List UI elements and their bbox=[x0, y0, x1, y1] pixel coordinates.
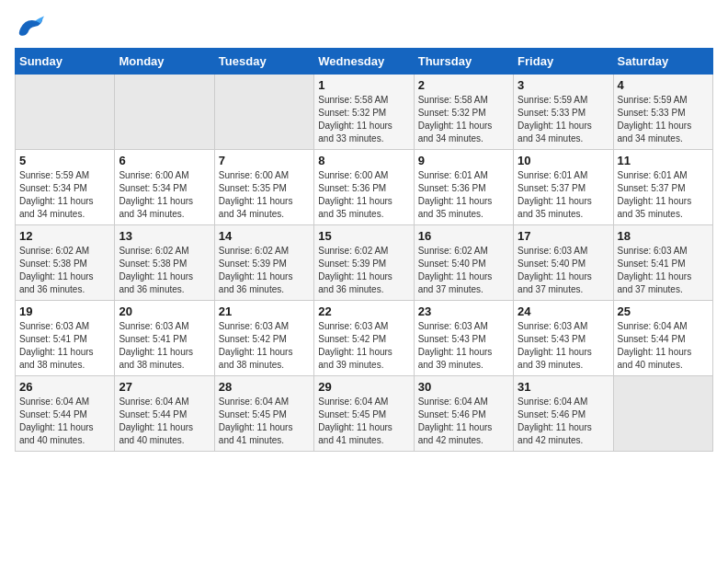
calendar-cell: 4Sunrise: 5:59 AMSunset: 5:33 PMDaylight… bbox=[613, 75, 712, 150]
calendar-cell: 13Sunrise: 6:02 AMSunset: 5:38 PMDayligh… bbox=[115, 225, 214, 301]
day-number: 23 bbox=[418, 304, 509, 318]
calendar-cell: 1Sunrise: 5:58 AMSunset: 5:32 PMDaylight… bbox=[314, 75, 414, 150]
calendar-cell: 29Sunrise: 6:04 AMSunset: 5:45 PMDayligh… bbox=[314, 376, 414, 452]
day-header-sunday: Sunday bbox=[16, 49, 115, 75]
day-detail: Sunrise: 6:04 AMSunset: 5:45 PMDaylight:… bbox=[219, 396, 310, 447]
calendar-cell: 11Sunrise: 6:01 AMSunset: 5:37 PMDayligh… bbox=[613, 150, 712, 225]
day-number: 30 bbox=[418, 380, 509, 394]
day-detail: Sunrise: 6:02 AMSunset: 5:39 PMDaylight:… bbox=[219, 245, 310, 296]
calendar-cell bbox=[613, 376, 712, 452]
calendar-cell: 31Sunrise: 6:04 AMSunset: 5:46 PMDayligh… bbox=[514, 376, 613, 452]
page-header bbox=[15, 15, 713, 40]
calendar-cell: 26Sunrise: 6:04 AMSunset: 5:44 PMDayligh… bbox=[16, 376, 115, 452]
calendar-cell: 8Sunrise: 6:00 AMSunset: 5:36 PMDaylight… bbox=[314, 150, 414, 225]
day-number: 19 bbox=[19, 304, 110, 318]
calendar-cell: 23Sunrise: 6:03 AMSunset: 5:43 PMDayligh… bbox=[414, 301, 513, 376]
day-number: 20 bbox=[119, 304, 210, 318]
calendar-cell: 18Sunrise: 6:03 AMSunset: 5:41 PMDayligh… bbox=[613, 225, 712, 301]
day-header-tuesday: Tuesday bbox=[214, 49, 313, 75]
calendar-cell: 3Sunrise: 5:59 AMSunset: 5:33 PMDaylight… bbox=[514, 75, 613, 150]
calendar-cell bbox=[214, 75, 313, 150]
day-detail: Sunrise: 6:03 AMSunset: 5:41 PMDaylight:… bbox=[618, 245, 709, 296]
day-number: 18 bbox=[618, 229, 709, 243]
day-detail: Sunrise: 5:58 AMSunset: 5:32 PMDaylight:… bbox=[418, 94, 509, 145]
day-detail: Sunrise: 6:02 AMSunset: 5:39 PMDaylight:… bbox=[318, 245, 409, 296]
calendar-cell: 15Sunrise: 6:02 AMSunset: 5:39 PMDayligh… bbox=[314, 225, 414, 301]
calendar-header: SundayMondayTuesdayWednesdayThursdayFrid… bbox=[16, 49, 713, 75]
day-detail: Sunrise: 6:04 AMSunset: 5:44 PMDaylight:… bbox=[19, 396, 110, 447]
day-detail: Sunrise: 6:02 AMSunset: 5:38 PMDaylight:… bbox=[19, 245, 110, 296]
day-number: 16 bbox=[418, 229, 509, 243]
day-number: 9 bbox=[418, 154, 509, 167]
day-number: 31 bbox=[518, 380, 609, 394]
calendar-table: SundayMondayTuesdayWednesdayThursdayFrid… bbox=[15, 48, 713, 452]
day-number: 3 bbox=[518, 78, 609, 92]
calendar-cell: 21Sunrise: 6:03 AMSunset: 5:42 PMDayligh… bbox=[214, 301, 313, 376]
day-header-wednesday: Wednesday bbox=[314, 49, 414, 75]
day-detail: Sunrise: 6:03 AMSunset: 5:42 PMDaylight:… bbox=[318, 320, 409, 372]
calendar-cell: 9Sunrise: 6:01 AMSunset: 5:36 PMDaylight… bbox=[414, 150, 513, 225]
calendar-cell: 22Sunrise: 6:03 AMSunset: 5:42 PMDayligh… bbox=[314, 301, 414, 376]
calendar-cell: 10Sunrise: 6:01 AMSunset: 5:37 PMDayligh… bbox=[514, 150, 613, 225]
calendar-cell: 17Sunrise: 6:03 AMSunset: 5:40 PMDayligh… bbox=[514, 225, 613, 301]
day-detail: Sunrise: 5:58 AMSunset: 5:32 PMDaylight:… bbox=[318, 94, 409, 145]
day-detail: Sunrise: 6:00 AMSunset: 5:36 PMDaylight:… bbox=[318, 169, 409, 221]
calendar-cell: 7Sunrise: 6:00 AMSunset: 5:35 PMDaylight… bbox=[214, 150, 313, 225]
day-number: 7 bbox=[219, 154, 310, 167]
day-detail: Sunrise: 6:02 AMSunset: 5:38 PMDaylight:… bbox=[119, 245, 210, 296]
day-detail: Sunrise: 6:03 AMSunset: 5:41 PMDaylight:… bbox=[119, 320, 210, 372]
day-number: 25 bbox=[618, 304, 709, 318]
day-detail: Sunrise: 6:01 AMSunset: 5:37 PMDaylight:… bbox=[518, 169, 609, 221]
day-number: 2 bbox=[418, 78, 509, 92]
day-detail: Sunrise: 5:59 AMSunset: 5:34 PMDaylight:… bbox=[19, 169, 110, 221]
day-detail: Sunrise: 6:00 AMSunset: 5:34 PMDaylight:… bbox=[119, 169, 210, 221]
day-detail: Sunrise: 6:03 AMSunset: 5:43 PMDaylight:… bbox=[518, 320, 609, 372]
day-detail: Sunrise: 6:04 AMSunset: 5:44 PMDaylight:… bbox=[119, 396, 210, 447]
calendar-cell: 14Sunrise: 6:02 AMSunset: 5:39 PMDayligh… bbox=[214, 225, 313, 301]
day-number: 22 bbox=[318, 304, 409, 318]
day-detail: Sunrise: 6:01 AMSunset: 5:37 PMDaylight:… bbox=[618, 169, 709, 221]
calendar-cell: 28Sunrise: 6:04 AMSunset: 5:45 PMDayligh… bbox=[214, 376, 313, 452]
day-number: 21 bbox=[219, 304, 310, 318]
day-number: 11 bbox=[618, 154, 709, 167]
day-detail: Sunrise: 6:03 AMSunset: 5:43 PMDaylight:… bbox=[418, 320, 509, 372]
logo bbox=[15, 15, 48, 40]
day-detail: Sunrise: 5:59 AMSunset: 5:33 PMDaylight:… bbox=[518, 94, 609, 145]
calendar-cell bbox=[115, 75, 214, 150]
day-header-friday: Friday bbox=[514, 49, 613, 75]
day-header-saturday: Saturday bbox=[613, 49, 712, 75]
day-header-thursday: Thursday bbox=[414, 49, 513, 75]
day-number: 28 bbox=[219, 380, 310, 394]
calendar-cell: 19Sunrise: 6:03 AMSunset: 5:41 PMDayligh… bbox=[16, 301, 115, 376]
calendar-cell bbox=[16, 75, 115, 150]
day-number: 8 bbox=[318, 154, 409, 167]
day-detail: Sunrise: 6:04 AMSunset: 5:44 PMDaylight:… bbox=[618, 320, 709, 372]
day-number: 15 bbox=[318, 229, 409, 243]
calendar-cell: 2Sunrise: 5:58 AMSunset: 5:32 PMDaylight… bbox=[414, 75, 513, 150]
day-number: 1 bbox=[318, 78, 409, 92]
day-number: 29 bbox=[318, 380, 409, 394]
day-number: 10 bbox=[518, 154, 609, 167]
day-detail: Sunrise: 6:01 AMSunset: 5:36 PMDaylight:… bbox=[418, 169, 509, 221]
day-number: 14 bbox=[219, 229, 310, 243]
day-number: 24 bbox=[518, 304, 609, 318]
calendar-cell: 25Sunrise: 6:04 AMSunset: 5:44 PMDayligh… bbox=[613, 301, 712, 376]
calendar-cell: 27Sunrise: 6:04 AMSunset: 5:44 PMDayligh… bbox=[115, 376, 214, 452]
day-detail: Sunrise: 6:04 AMSunset: 5:46 PMDaylight:… bbox=[418, 396, 509, 447]
day-detail: Sunrise: 6:03 AMSunset: 5:42 PMDaylight:… bbox=[219, 320, 310, 372]
calendar-cell: 12Sunrise: 6:02 AMSunset: 5:38 PMDayligh… bbox=[16, 225, 115, 301]
day-detail: Sunrise: 6:04 AMSunset: 5:46 PMDaylight:… bbox=[518, 396, 609, 447]
day-detail: Sunrise: 6:04 AMSunset: 5:45 PMDaylight:… bbox=[318, 396, 409, 447]
day-detail: Sunrise: 6:02 AMSunset: 5:40 PMDaylight:… bbox=[418, 245, 509, 296]
day-detail: Sunrise: 6:00 AMSunset: 5:35 PMDaylight:… bbox=[219, 169, 310, 221]
day-number: 12 bbox=[19, 229, 110, 243]
day-number: 17 bbox=[518, 229, 609, 243]
calendar-cell: 16Sunrise: 6:02 AMSunset: 5:40 PMDayligh… bbox=[414, 225, 513, 301]
day-number: 13 bbox=[119, 229, 210, 243]
day-header-monday: Monday bbox=[115, 49, 214, 75]
day-number: 27 bbox=[119, 380, 210, 394]
day-number: 5 bbox=[19, 154, 110, 167]
calendar-cell: 5Sunrise: 5:59 AMSunset: 5:34 PMDaylight… bbox=[16, 150, 115, 225]
day-detail: Sunrise: 5:59 AMSunset: 5:33 PMDaylight:… bbox=[618, 94, 709, 145]
day-number: 4 bbox=[618, 78, 709, 92]
